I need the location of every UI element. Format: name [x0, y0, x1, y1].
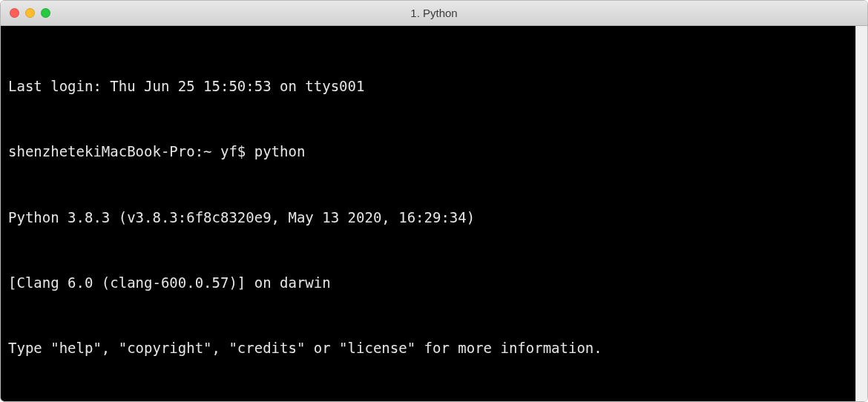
scrollbar[interactable] [855, 26, 867, 402]
terminal-line: shenzhetekiMacBook-Pro:~ yf$ python [8, 141, 848, 162]
minimize-icon[interactable] [25, 8, 35, 18]
terminal-line: Python 3.8.3 (v3.8.3:6f8c8320e9, May 13 … [8, 207, 848, 228]
close-icon[interactable] [10, 8, 19, 18]
terminal-window: 1. Python Last login: Thu Jun 25 15:50:5… [0, 0, 868, 402]
terminal-line: [Clang 6.0 (clang-600.0.57)] on darwin [8, 272, 848, 294]
terminal-area: Last login: Thu Jun 25 15:50:53 on ttys0… [1, 26, 867, 402]
titlebar: 1. Python [1, 1, 867, 26]
terminal-line: Last login: Thu Jun 25 15:50:53 on ttys0… [8, 76, 848, 97]
maximize-icon[interactable] [41, 8, 50, 18]
window-title: 1. Python [1, 7, 867, 19]
terminal-line: Type "help", "copyright", "credits" or "… [8, 337, 848, 359]
terminal-body[interactable]: Last login: Thu Jun 25 15:50:53 on ttys0… [1, 26, 855, 402]
traffic-lights [10, 8, 50, 18]
